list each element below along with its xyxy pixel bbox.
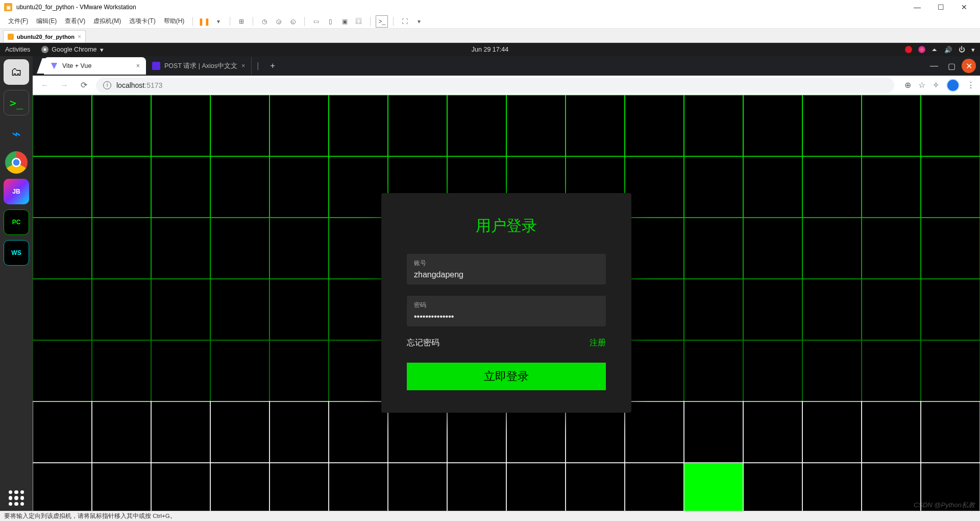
login-card: 用户登录 账号 密码 忘记密码 注册 立即登录	[381, 193, 631, 413]
window-close-button[interactable]: ✕	[952, 0, 976, 14]
svg-rect-11	[506, 95, 566, 156]
view-unity-button[interactable]: ▣	[338, 15, 351, 28]
svg-rect-78	[684, 340, 743, 401]
vmware-logo-icon: ▣	[4, 3, 12, 11]
nav-forward-button[interactable]: →	[57, 81, 71, 90]
vm-tab-close-button[interactable]: ×	[78, 33, 81, 40]
chrome-tabstrip: Vite + Vue × POST 请求 | Axios中文文 × | + — …	[33, 56, 980, 76]
pause-vm-button[interactable]: ❚❚	[198, 15, 210, 28]
snapshot-button[interactable]: ◷	[258, 15, 271, 28]
chrome-maximize-button[interactable]: ▢	[944, 59, 959, 73]
chrome-menu-button[interactable]: ⋮	[967, 80, 975, 90]
svg-rect-86	[210, 401, 270, 463]
tab-close-button[interactable]: ×	[136, 62, 140, 69]
chrome-toolbar: ← → ⟳ i localhost:5173 ⊕ ☆ ✧ ⋮	[33, 76, 980, 95]
vm-dropdown-button[interactable]: ▾	[212, 15, 225, 28]
chrome-window: Vite + Vue × POST 请求 | Axios中文文 × | + — …	[33, 56, 980, 511]
svg-rect-100	[92, 463, 151, 511]
dock-show-apps-button[interactable]	[9, 490, 24, 506]
network-icon: ⏶	[932, 46, 938, 53]
activities-button[interactable]: Activities	[5, 46, 30, 53]
view-split-button[interactable]: ▯	[324, 15, 336, 28]
svg-rect-3	[33, 95, 92, 156]
dock-vscode-icon[interactable]: ⌁	[4, 121, 29, 146]
window-maximize-button[interactable]: ☐	[929, 0, 952, 14]
clock-label[interactable]: Jun 29 17:44	[472, 46, 508, 53]
svg-rect-105	[388, 463, 447, 511]
forgot-password-link[interactable]: 忘记密码	[407, 338, 439, 348]
svg-rect-110	[684, 463, 743, 511]
svg-rect-46	[684, 218, 743, 279]
stretch-dropdown-button[interactable]: ▾	[413, 15, 425, 28]
svg-rect-13	[625, 95, 684, 156]
profile-avatar-button[interactable]	[946, 79, 960, 92]
manage-snapshot-button[interactable]: ◵	[287, 15, 299, 28]
chrome-close-button[interactable]: ✕	[962, 59, 976, 73]
browser-tab-active[interactable]: Vite + Vue ×	[44, 57, 146, 75]
revert-snapshot-button[interactable]: ◶	[273, 15, 285, 28]
nav-back-button[interactable]: ←	[38, 81, 52, 90]
fullscreen-button[interactable]: >_	[376, 15, 388, 28]
view-console-button[interactable]: ⿴	[353, 15, 365, 28]
extensions-icon[interactable]: ✧	[933, 80, 939, 90]
site-info-icon[interactable]: i	[103, 81, 111, 89]
svg-rect-30	[684, 156, 743, 218]
stretch-button[interactable]: ⛶	[399, 15, 411, 28]
svg-rect-19	[33, 156, 92, 218]
register-link[interactable]: 注册	[590, 338, 606, 348]
svg-rect-79	[743, 340, 802, 401]
svg-rect-113	[862, 463, 921, 511]
bookmark-icon[interactable]: ☆	[918, 80, 925, 90]
browser-tab[interactable]: POST 请求 | Axios中文文 ×	[146, 57, 252, 75]
password-input[interactable]	[414, 312, 599, 321]
menu-view[interactable]: 查看(V)	[62, 15, 88, 28]
tab-close-button[interactable]: ×	[241, 62, 245, 69]
dock-terminal-icon[interactable]: >_	[4, 90, 29, 115]
svg-rect-31	[743, 156, 802, 218]
password-field[interactable]: 密码	[407, 296, 606, 326]
menu-file[interactable]: 文件(F)	[5, 15, 31, 28]
vm-tab-icon	[8, 34, 14, 40]
dock-files-icon[interactable]: 🗂	[4, 59, 29, 85]
submit-login-button[interactable]: 立即登录	[407, 363, 606, 390]
menu-vm[interactable]: 虚拟机(M)	[90, 15, 124, 28]
username-field[interactable]: 账号	[407, 254, 606, 285]
app-menu-button[interactable]: Google Chrome ▾	[41, 46, 103, 54]
nav-reload-button[interactable]: ⟳	[77, 80, 91, 90]
menu-tabs[interactable]: 选项卡(T)	[126, 15, 158, 28]
menu-edit[interactable]: 编辑(E)	[33, 15, 60, 28]
dock-pycharm-icon[interactable]: PC	[4, 209, 29, 235]
svg-rect-96	[802, 401, 862, 463]
svg-rect-95	[743, 401, 802, 463]
svg-marker-1	[51, 63, 57, 69]
view-single-button[interactable]: ▭	[310, 15, 322, 28]
svg-rect-2	[152, 62, 160, 70]
dock-webstorm-icon[interactable]: WS	[4, 240, 29, 266]
svg-rect-14	[684, 95, 743, 156]
svg-rect-47	[743, 218, 802, 279]
svg-rect-106	[447, 463, 506, 511]
svg-rect-84	[92, 401, 151, 463]
vmware-vm-tab[interactable]: ubuntu20_for_python ×	[3, 30, 86, 42]
svg-rect-94	[684, 401, 743, 463]
send-ctrl-alt-del-button[interactable]: ⊞	[235, 15, 248, 28]
svg-rect-53	[151, 279, 210, 340]
axios-favicon-icon	[152, 62, 160, 70]
dock-chrome-icon[interactable]	[5, 151, 28, 174]
svg-rect-112	[802, 463, 862, 511]
menu-help[interactable]: 帮助(H)	[161, 15, 188, 28]
app-menu-label: Google Chrome	[52, 46, 96, 53]
window-minimize-button[interactable]: —	[905, 0, 929, 14]
username-input[interactable]	[414, 270, 599, 279]
chrome-minimize-button[interactable]: —	[927, 59, 941, 73]
password-label: 密码	[414, 301, 599, 310]
new-tab-button[interactable]: +	[264, 61, 281, 70]
svg-rect-17	[862, 95, 921, 156]
zoom-icon[interactable]: ⊕	[904, 80, 911, 90]
svg-rect-24	[329, 156, 388, 218]
system-tray[interactable]: ⏶ 🔊 ⏻ ▾	[905, 46, 975, 54]
address-bar[interactable]: i localhost:5173	[96, 78, 894, 93]
dock-jetbrains-icon[interactable]: JB	[4, 179, 29, 204]
svg-rect-111	[743, 463, 802, 511]
vmware-window-title: ubuntu20_for_python - VMware Workstation	[16, 4, 136, 11]
